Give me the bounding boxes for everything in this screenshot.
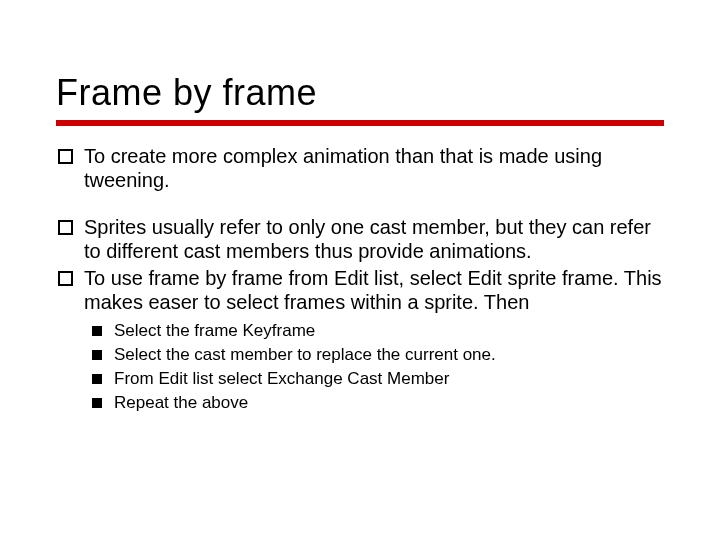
slide-container: Frame by frame To create more complex an… (0, 0, 720, 475)
bullet-item: To use frame by frame from Edit list, se… (84, 266, 664, 414)
bullet-list-level1: To create more complex animation than th… (56, 144, 664, 413)
bullet-list-level2: Select the frame Keyframe Select the cas… (84, 320, 664, 413)
sub-bullet-item: From Edit list select Exchange Cast Memb… (114, 368, 664, 390)
title-underline (56, 120, 664, 126)
slide-title: Frame by frame (56, 72, 664, 114)
sub-bullet-item: Select the frame Keyframe (114, 320, 664, 342)
sub-bullet-item: Select the cast member to replace the cu… (114, 344, 664, 366)
bullet-item: Sprites usually refer to only one cast m… (84, 215, 664, 264)
bullet-item: To create more complex animation than th… (84, 144, 664, 193)
bullet-item-text: To use frame by frame from Edit list, se… (84, 267, 662, 313)
sub-bullet-item: Repeat the above (114, 392, 664, 414)
